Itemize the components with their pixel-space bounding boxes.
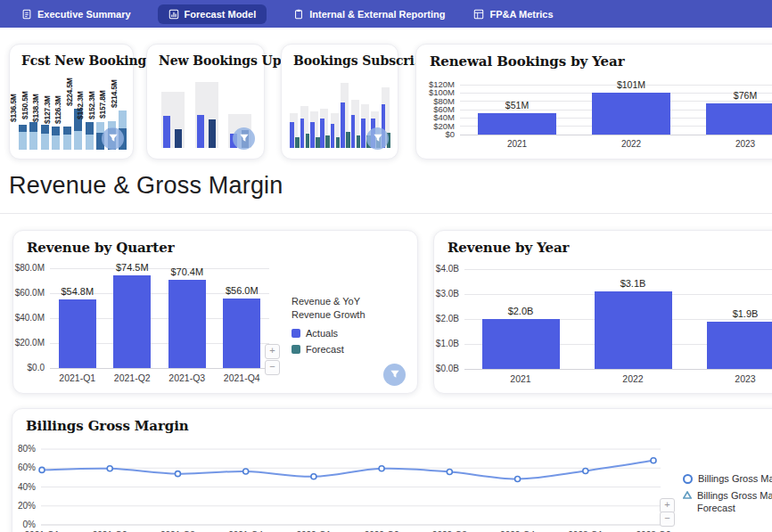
actuals-bar[interactable] xyxy=(310,122,315,148)
zoom-in-button[interactable]: + xyxy=(265,344,280,359)
bar-value-label: $1.9B xyxy=(705,308,772,319)
actuals-bar[interactable] xyxy=(197,115,204,148)
nav-tab-label: Internal & External Reporting xyxy=(309,9,445,20)
bar-value-label: $70.4M xyxy=(147,266,227,277)
filter-badge[interactable] xyxy=(233,127,255,150)
data-point-2022-Q2[interactable] xyxy=(379,466,384,471)
actuals-bar[interactable] xyxy=(320,119,324,148)
stacked-bar-segment[interactable] xyxy=(63,135,71,150)
actuals-bar[interactable] xyxy=(163,116,170,148)
forecast-bar[interactable] xyxy=(357,135,361,148)
stacked-bar-segment[interactable] xyxy=(19,132,27,150)
revenue-by-year-chart: $0.0B$1.0B$2.0B$3.0B$4.0B$2.0B2021$3.1B2… xyxy=(464,269,772,369)
actuals-bar[interactable] xyxy=(341,102,345,148)
stacked-bar-segment[interactable] xyxy=(19,125,27,132)
stacked-bar-segment[interactable] xyxy=(52,135,60,150)
x-axis-label: 2023 xyxy=(705,373,772,384)
forecast-bar[interactable] xyxy=(346,132,350,148)
nav-tab-executive-summary[interactable]: Executive Summary xyxy=(20,4,133,24)
stacked-bar-segment[interactable] xyxy=(29,132,37,150)
card-billings-gross-margin: Billings Gross Margin 0%20%40%60%80%2021… xyxy=(12,408,772,532)
filter-badge[interactable] xyxy=(366,127,389,150)
zoom-out-button[interactable]: − xyxy=(660,512,675,527)
stacked-bar-segment[interactable] xyxy=(74,131,82,150)
data-point-2021-Q3[interactable] xyxy=(175,471,180,477)
funnel-icon xyxy=(239,131,250,147)
data-point-2022-Q3[interactable] xyxy=(447,470,452,475)
data-point-2021-Q1[interactable] xyxy=(39,467,45,472)
actuals-bar[interactable] xyxy=(351,115,356,148)
forecast-bar[interactable] xyxy=(295,137,300,148)
card-revenue-by-quarter: Revenue by Quarter $0.0$20.0M$40.0M$60.0… xyxy=(12,230,418,394)
bar-2021[interactable] xyxy=(482,319,560,369)
actuals-bar[interactable] xyxy=(331,124,335,148)
stacked-bar-segment[interactable] xyxy=(86,135,94,150)
y-axis-label: 60% xyxy=(9,462,36,473)
bar-value-label: $157.8M xyxy=(98,90,107,119)
card-title-revenue-by-quarter: Revenue by Quarter xyxy=(27,240,174,256)
nav-tab-fp-a-metrics[interactable]: FP&A Metrics xyxy=(472,4,554,24)
bar-2022[interactable] xyxy=(595,291,672,369)
stacked-bar-segment[interactable] xyxy=(119,110,127,128)
actuals-bar[interactable] xyxy=(361,119,365,148)
metrics-icon xyxy=(473,9,484,20)
funnel-icon xyxy=(373,131,383,147)
actuals-bar[interactable] xyxy=(300,119,305,148)
forecast-bar[interactable] xyxy=(325,135,330,148)
nav-tab-forecast-model[interactable]: Forecast Model xyxy=(158,4,267,24)
gross-margin-line xyxy=(42,461,653,479)
forecast-bar[interactable] xyxy=(209,119,216,148)
card-title-billings-gross-margin: Billings Gross Margin xyxy=(26,418,189,434)
card-title-fcst-new-bookings: Fcst New Booking... xyxy=(21,53,160,68)
stacked-bar-segment[interactable] xyxy=(41,125,49,134)
data-point-2021-Q2[interactable] xyxy=(107,466,112,471)
data-point-2022-Q4[interactable] xyxy=(515,476,521,481)
stacked-bar-segment[interactable] xyxy=(86,122,94,135)
bar-value-label: $152.3M xyxy=(87,91,96,119)
bar-2021-Q4[interactable] xyxy=(223,299,260,368)
bar-2021-Q2[interactable] xyxy=(113,275,151,368)
bar-2021-Q3[interactable] xyxy=(168,280,206,368)
bar-2023[interactable] xyxy=(707,322,772,369)
bar-value-label: $138.3M xyxy=(31,94,40,122)
data-point-2023-Q1[interactable] xyxy=(583,468,588,473)
forecast-bar[interactable] xyxy=(306,134,310,148)
bar-value-label: $214.5M xyxy=(110,79,119,108)
funnel-icon xyxy=(390,367,400,383)
x-axis-label: 2021 xyxy=(477,139,557,150)
legend-item-label: Billings Gross Margin Actuals xyxy=(698,473,772,484)
forecast-bar[interactable] xyxy=(175,129,182,148)
data-point-2023-Q2[interactable] xyxy=(651,458,656,463)
forecast-bar[interactable] xyxy=(336,137,341,148)
y-axis-label: $3.0B xyxy=(416,289,459,299)
nav-tab-internal-external-reporting[interactable]: Internal & External Reporting xyxy=(292,4,447,24)
stacked-bar-segment[interactable] xyxy=(63,127,71,135)
bar-value-label: $101M xyxy=(591,79,671,90)
forecast-bar[interactable] xyxy=(316,137,320,148)
data-point-2022-Q1[interactable] xyxy=(311,474,316,479)
card-title-revenue-by-year: Revenue by Year xyxy=(448,240,569,256)
legend-item-actuals: Actuals xyxy=(292,328,397,339)
bar-2022[interactable] xyxy=(592,93,670,135)
zoom-out-button[interactable]: − xyxy=(265,360,280,375)
bar-2021-Q1[interactable] xyxy=(59,299,96,368)
legend-title: Revenue & YoY Revenue Growth xyxy=(292,295,397,323)
y-axis-label: 0% xyxy=(9,520,36,530)
y-axis-label: $20.0M xyxy=(2,338,45,348)
stacked-bar-segment[interactable] xyxy=(41,134,49,150)
section-title: Revenue & Gross Margin xyxy=(9,172,283,200)
clipboard-icon xyxy=(293,9,304,20)
actuals-bar[interactable] xyxy=(290,122,294,148)
filter-badge[interactable] xyxy=(102,127,124,150)
x-axis-label: 2021 xyxy=(480,373,561,384)
bar-2023[interactable] xyxy=(706,103,772,135)
x-axis-label: 2022 xyxy=(591,139,671,150)
revenue-chart-legend: Revenue & YoY Revenue Growth ActualsFore… xyxy=(292,295,397,355)
data-point-2021-Q4[interactable] xyxy=(243,469,249,474)
legend-item-circle: Billings Gross Margin Actuals xyxy=(683,473,772,484)
bar-2021[interactable] xyxy=(478,113,556,135)
stacked-bar-segment[interactable] xyxy=(52,127,60,135)
filter-badge[interactable] xyxy=(383,364,406,386)
stacked-bar-segment[interactable] xyxy=(29,122,37,132)
y-axis-label: 80% xyxy=(9,444,36,454)
